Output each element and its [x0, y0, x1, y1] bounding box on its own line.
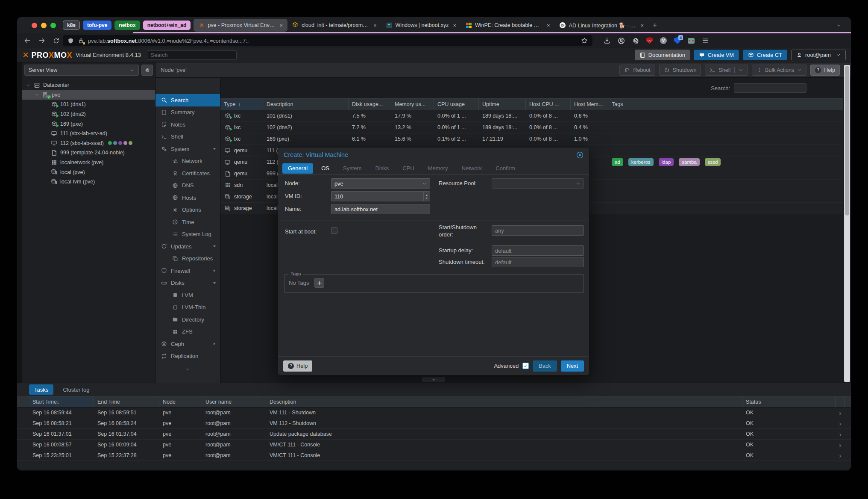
task-row[interactable]: Sep 16 08:59:44Sep 16 08:59:51pveroot@pa… [17, 407, 851, 418]
new-tab-button[interactable]: + [653, 21, 657, 30]
caret-right-icon[interactable] [212, 342, 217, 346]
column-header-disk-usage-[interactable]: Disk usage... [349, 99, 391, 110]
task-row[interactable]: Sep 16 00:08:57Sep 16 00:09:04pveroot@pa… [17, 440, 851, 450]
table-row[interactable]: lxc101 (dns1)7.5 %17.9 %0.0% of 1 ...189… [220, 110, 843, 122]
spinner-icons[interactable]: ▲▼ [423, 192, 430, 201]
forward-icon[interactable] [38, 37, 45, 44]
reboot-button[interactable]: Reboot [619, 65, 655, 76]
minimize-window-button[interactable] [41, 23, 47, 28]
node-select[interactable]: pve [331, 178, 430, 189]
column-header-host-cpu-[interactable]: Host CPU ... [526, 99, 571, 110]
tasks-column-start-time[interactable]: Start Time ↓ [29, 396, 94, 407]
reload-icon[interactable] [53, 38, 59, 44]
task-row[interactable]: Sep 15 23:25:01Sep 15 23:37:28pveroot@pa… [17, 450, 851, 461]
caret-down-icon[interactable] [212, 147, 217, 151]
help-button[interactable]: ?Help [810, 65, 840, 76]
next-button[interactable]: Next [561, 360, 584, 372]
tab-group-tofu-pve[interactable]: tofu-pve [83, 21, 111, 30]
nav-item-notes[interactable]: Notes [155, 118, 220, 131]
create-ct-button[interactable]: Create CT [743, 50, 787, 60]
url-bar[interactable]: pve.lab.softbox.net:8006/#v1:0:=node%2Fp… [63, 35, 592, 46]
column-header-memory-us-[interactable]: Memory us... [391, 99, 434, 110]
scrollbar-thumb[interactable] [845, 66, 849, 216]
nav-item-certificates[interactable]: Certificates [155, 167, 220, 180]
nav-item-dns[interactable]: DNS [155, 180, 220, 192]
nav-item-hosts[interactable]: Hosts [155, 192, 220, 204]
browser-tab[interactable]: cloud_init - telmate/proxmox - C× [287, 19, 381, 32]
tree-item-169[interactable]: 169 (pxe) [22, 119, 155, 129]
nav-item-summary[interactable]: Summary [155, 106, 220, 119]
nav-item-lvm[interactable]: LVM [155, 289, 220, 301]
tasks-column-description[interactable]: Description [266, 396, 742, 407]
nav-item-time[interactable]: Time [155, 216, 220, 228]
browser-tab[interactable]: WinPE: Create bootable media |× [461, 19, 555, 32]
caret-down-icon[interactable] [26, 83, 31, 88]
global-search-input[interactable] [147, 50, 237, 60]
nav-item-zfs[interactable]: ZFS [155, 326, 220, 338]
tree-item-112[interactable]: 112 (sbx-lab-sssd) [22, 139, 155, 148]
task-expand-icon[interactable]: › [836, 418, 845, 428]
tab-group-k8s[interactable]: k8s [63, 21, 80, 30]
nav-item-updates[interactable]: Updates [155, 240, 220, 253]
nav-item-directory[interactable]: Directory [155, 313, 220, 326]
column-header-host-mem-[interactable]: Host Mem... [571, 99, 608, 110]
tree-item-111[interactable]: 111 (sbx-lab-srv-ad) [22, 129, 155, 139]
tasks-column-node[interactable]: Node [159, 396, 202, 407]
nav-item-system[interactable]: System [155, 143, 220, 155]
task-expand-icon[interactable]: › [836, 440, 845, 450]
tree-item-Datacenter[interactable]: Datacenter [22, 80, 155, 90]
task-expand-icon[interactable]: › [836, 407, 845, 418]
column-header-uptime[interactable]: Uptime [479, 99, 526, 110]
nav-item-system-log[interactable]: System Log [155, 228, 220, 241]
tree-item-local[interactable]: local (pve) [22, 167, 155, 177]
dialog-help-button[interactable]: ?Help [283, 360, 312, 372]
tree-item-101[interactable]: 101 (dns1) [22, 100, 155, 109]
close-window-button[interactable] [32, 23, 37, 28]
tasks-column-user-name[interactable]: User name [202, 396, 266, 407]
column-header-cpu-usage[interactable]: CPU usage [434, 99, 479, 110]
tab-close-icon[interactable]: × [373, 22, 377, 29]
content-scrollbar[interactable] [844, 65, 850, 382]
caret-right-icon[interactable] [212, 269, 217, 273]
caret-down-icon[interactable] [34, 92, 39, 97]
nav-item-search[interactable]: Search [155, 94, 220, 106]
table-row[interactable]: lxc169 (pxe)6.1 %15.6 %0.1% of 2 ...17:2… [220, 133, 843, 145]
tab-overflow-icon[interactable] [837, 23, 842, 28]
downloads-icon[interactable] [604, 37, 610, 44]
nav-item-firewall[interactable]: Firewall [155, 265, 220, 277]
add-tag-button[interactable] [314, 278, 324, 288]
bulk-actions-button[interactable]: Bulk Actions [752, 65, 806, 76]
task-expand-icon[interactable]: › [836, 450, 845, 461]
column-header-tags[interactable]: Tags [608, 99, 843, 110]
shutdown-button[interactable]: Shutdown [659, 65, 701, 76]
ublock-icon[interactable]: UO [646, 37, 653, 44]
robot-extension-icon[interactable] [688, 38, 695, 44]
vmid-input[interactable]: ▲▼ [331, 191, 430, 201]
account-icon[interactable] [618, 37, 625, 44]
nav-item-lvm-thin[interactable]: LVM-Thin [155, 301, 220, 314]
tree-item-999[interactable]: 999 (template-24.04-noble) [22, 148, 155, 158]
dialog-tab-os[interactable]: OS [316, 163, 335, 174]
tree-item-local-lvm[interactable]: local-lvm (pve) [22, 177, 155, 187]
caret-down-icon[interactable] [212, 281, 217, 285]
tab-group-netboot+win_ad[interactable]: netboot+win_ad [143, 21, 191, 30]
documentation-button[interactable]: Documentation [635, 50, 690, 60]
table-search-input[interactable] [734, 83, 806, 93]
advanced-checkbox[interactable]: ✓ [522, 363, 529, 369]
bookmark-star-icon[interactable] [581, 37, 588, 44]
zoom-window-button[interactable] [50, 23, 56, 28]
name-input[interactable] [331, 204, 430, 214]
dialog-tab-general[interactable]: General [282, 163, 313, 174]
task-expand-icon[interactable]: › [836, 429, 845, 439]
tree-item-pve[interactable]: ✓pve [22, 90, 155, 100]
column-header-type[interactable]: Type↑ [220, 99, 263, 110]
back-icon[interactable] [24, 37, 31, 44]
create-vm-button[interactable]: Create VM [694, 50, 739, 60]
nav-item-options[interactable]: Options [155, 204, 220, 216]
column-header-description[interactable]: Description [263, 99, 349, 110]
nav-item-shell[interactable]: Shell [155, 131, 220, 143]
tree-item-localnetwork[interactable]: localnetwork (pve) [22, 158, 155, 168]
task-row[interactable]: Sep 16 08:58:21Sep 16 08:58:24pveroot@pa… [17, 418, 851, 429]
panel-collapse-handle[interactable] [422, 377, 445, 382]
lock-warning-icon[interactable] [78, 38, 84, 44]
